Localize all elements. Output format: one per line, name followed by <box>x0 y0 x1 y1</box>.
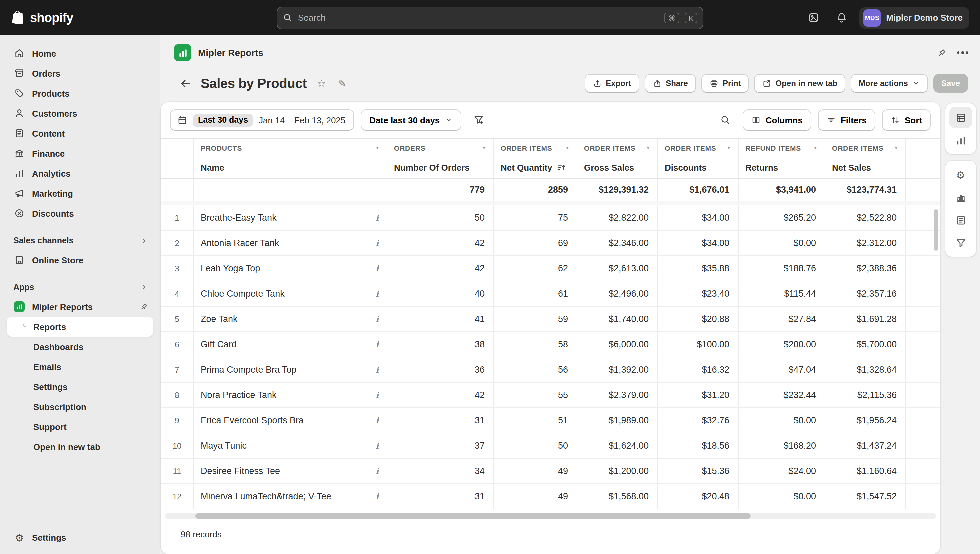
info-icon[interactable]: i <box>375 289 380 298</box>
sidebar-section-sales-channels[interactable]: Sales channels <box>7 231 153 250</box>
sidebar-subitem-subscription[interactable]: Subscription <box>7 397 153 417</box>
sidebar-item-content[interactable]: Content <box>7 123 153 143</box>
group-order-items-1[interactable]: ORDER ITEMS▼ <box>494 138 578 157</box>
horizontal-scrollbar-track[interactable] <box>165 513 936 519</box>
sidebar-subitem-dashboards[interactable]: Dashboards <box>7 337 153 357</box>
column-net-quantity[interactable]: Net Quantity <box>494 157 578 178</box>
info-icon[interactable]: i <box>375 416 380 425</box>
rail-chart-view-button[interactable] <box>949 129 972 151</box>
info-icon[interactable]: i <box>375 390 380 400</box>
store-menu[interactable]: MDS Mipler Demo Store <box>859 7 969 28</box>
more-actions-button[interactable]: More actions <box>851 74 928 93</box>
sidebar-item-analytics[interactable]: Analytics <box>7 163 153 183</box>
date-filter-dropdown[interactable]: Date last 30 days <box>361 109 461 131</box>
column-net-sales[interactable]: Net Sales <box>825 157 906 178</box>
product-name-cell[interactable]: Chloe Compete Tank i <box>194 281 387 306</box>
export-button[interactable]: Export <box>584 74 639 93</box>
sidebar-item-products[interactable]: Products <box>7 83 153 103</box>
product-name-cell[interactable]: Breathe-Easy Tank i <box>194 205 387 230</box>
product-name-cell[interactable]: Antonia Racer Tank i <box>194 231 387 255</box>
group-order-items-4[interactable]: ORDER ITEMS▼ <box>825 138 906 157</box>
group-products[interactable]: PRODUCTS▼ <box>194 138 387 157</box>
rail-chart-type-button[interactable] <box>949 187 972 208</box>
back-arrow-icon[interactable] <box>176 74 195 93</box>
sort-button[interactable]: Sort <box>882 109 931 131</box>
info-icon[interactable]: i <box>375 213 380 222</box>
rail-format-button[interactable] <box>949 209 972 231</box>
rail-filter-button[interactable] <box>949 232 972 253</box>
horizontal-scrollbar[interactable] <box>161 511 940 521</box>
column-number-of-orders[interactable]: Number Of Orders <box>387 157 494 178</box>
table-search-icon[interactable] <box>715 109 737 131</box>
sidebar-item-online-store[interactable]: Online Store <box>7 250 153 270</box>
sidebar-item-settings[interactable]: ⚙ Settings <box>7 527 153 547</box>
table-row[interactable]: 3 Leah Yoga Top i 42 62 $2,613.00 $35.88… <box>161 256 940 281</box>
group-refund-items[interactable]: REFUND ITEMS▼ <box>739 138 825 157</box>
vertical-scrollbar-thumb[interactable] <box>934 209 938 251</box>
product-name-cell[interactable]: Prima Compete Bra Top i <box>194 357 387 382</box>
info-icon[interactable]: i <box>375 314 380 324</box>
sidebar-section-apps[interactable]: Apps <box>7 278 153 297</box>
sidebar-subitem-settings[interactable]: Settings <box>7 377 153 397</box>
table-row[interactable]: 9 Erica Evercool Sports Bra i 31 51 $1,9… <box>161 408 940 433</box>
column-discounts[interactable]: Discounts <box>658 157 739 178</box>
info-icon[interactable]: i <box>375 441 380 451</box>
pin-icon[interactable] <box>936 48 947 58</box>
sidebar-item-home[interactable]: Home <box>7 43 153 63</box>
columns-button[interactable]: Columns <box>743 109 811 131</box>
table-row[interactable]: 10 Maya Tunic i 37 50 $1,624.00 $18.56 $… <box>161 433 940 458</box>
pin-icon[interactable] <box>139 302 148 311</box>
info-icon[interactable]: i <box>375 238 380 248</box>
save-button[interactable]: Save <box>933 74 968 93</box>
more-options-icon[interactable] <box>957 52 968 54</box>
filters-button[interactable]: Filters <box>818 109 875 131</box>
search-input[interactable] <box>298 13 659 23</box>
global-search[interactable]: ⌘ K <box>277 6 703 29</box>
sidebar-item-mipler-reports[interactable]: Mipler Reports <box>7 297 153 317</box>
date-range-button[interactable]: Last 30 days Jan 14 – Feb 13, 2025 <box>170 109 354 131</box>
table-row[interactable]: 6 Gift Card i 38 58 $6,000.00 $100.00 $2… <box>161 332 940 357</box>
sidebar-item-customers[interactable]: Customers <box>7 103 153 123</box>
rename-pencil-icon[interactable]: ✎ <box>335 77 349 89</box>
product-name-cell[interactable]: Nora Practice Tank i <box>194 383 387 408</box>
column-name[interactable]: Name <box>194 157 387 178</box>
table-row[interactable]: 11 Desiree Fitness Tee i 34 49 $1,200.00… <box>161 458 940 484</box>
sidebar-item-discounts[interactable]: Discounts <box>7 203 153 223</box>
column-gross-sales[interactable]: Gross Sales <box>578 157 658 178</box>
add-filter-icon[interactable] <box>468 109 489 131</box>
sidebar-subitem-reports[interactable]: Reports <box>7 317 153 337</box>
product-name-cell[interactable]: Maya Tunic i <box>194 433 387 458</box>
notifications-bell-icon[interactable] <box>831 8 851 28</box>
table-row[interactable]: 12 Minerva LumaTech&trade; V-Tee i 31 49… <box>161 484 940 509</box>
group-order-items-3[interactable]: ORDER ITEMS▼ <box>658 138 739 157</box>
media-icon[interactable] <box>803 8 823 28</box>
print-button[interactable]: Print <box>702 74 749 93</box>
table-row[interactable]: 7 Prima Compete Bra Top i 36 56 $1,392.0… <box>161 357 940 383</box>
favorite-star-icon[interactable]: ☆ <box>314 77 329 89</box>
info-icon[interactable]: i <box>375 340 380 349</box>
product-name-cell[interactable]: Gift Card i <box>194 332 387 357</box>
product-name-cell[interactable]: Desiree Fitness Tee i <box>194 458 387 483</box>
column-returns[interactable]: Returns <box>739 157 825 178</box>
table-row[interactable]: 4 Chloe Compete Tank i 40 61 $2,496.00 $… <box>161 281 940 307</box>
group-orders[interactable]: ORDERS▼ <box>387 138 494 157</box>
table-row[interactable]: 2 Antonia Racer Tank i 42 69 $2,346.00 $… <box>161 231 940 256</box>
info-icon[interactable]: i <box>375 264 380 273</box>
open-in-new-tab-button[interactable]: Open in new tab <box>754 74 845 93</box>
product-name-cell[interactable]: Leah Yoga Top i <box>194 256 387 281</box>
horizontal-scrollbar-thumb[interactable] <box>195 513 751 519</box>
sidebar-item-marketing[interactable]: Marketing <box>7 183 153 203</box>
product-name-cell[interactable]: Erica Evercool Sports Bra i <box>194 408 387 433</box>
shopify-logo[interactable]: shopify <box>11 10 73 25</box>
sidebar-subitem-emails[interactable]: Emails <box>7 357 153 377</box>
sidebar-item-orders[interactable]: Orders <box>7 63 153 83</box>
info-icon[interactable]: i <box>375 466 380 476</box>
rail-settings-button[interactable]: ⚙ <box>949 164 972 185</box>
sidebar-item-finance[interactable]: Finance <box>7 143 153 163</box>
info-icon[interactable]: i <box>375 492 380 501</box>
table-row[interactable]: 5 Zoe Tank i 41 59 $1,740.00 $20.88 $27.… <box>161 307 940 332</box>
share-button[interactable]: Share <box>644 74 696 93</box>
sidebar-subitem-open-in-new-tab[interactable]: Open in new tab <box>7 437 153 457</box>
sidebar-subitem-support[interactable]: Support <box>7 417 153 437</box>
product-name-cell[interactable]: Zoe Tank i <box>194 307 387 331</box>
